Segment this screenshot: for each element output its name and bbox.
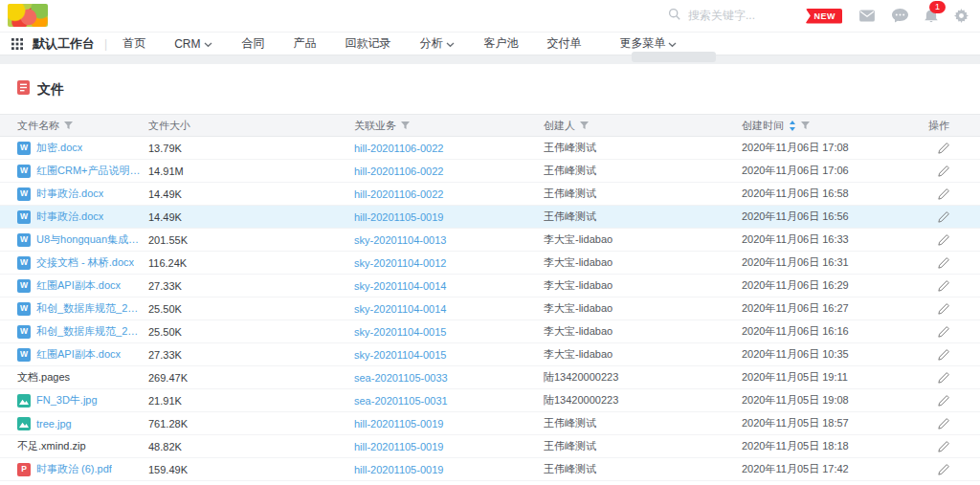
nav-item-3[interactable]: 合同 (241, 35, 264, 52)
edit-icon[interactable] (938, 143, 949, 154)
table-row[interactable]: W时事政治.docx14.49Khill-20201105-0019王伟峰测试2… (0, 481, 980, 485)
table-row[interactable]: P时事政治 (6).pdf159.49Khill-20201105-0019王伟… (0, 458, 980, 481)
related-business-link[interactable]: hill-20201105-0019 (354, 418, 443, 430)
table-row[interactable]: W红圈API副本.docx27.33Ksky-20201104-0015李大宝-… (0, 343, 980, 366)
top-icon-cluster: NEW 1 (806, 0, 969, 32)
sort-icon[interactable] (789, 121, 796, 131)
filter-icon[interactable] (401, 121, 410, 130)
file-name-link[interactable]: 和创_数据库规范_20171124.doc (36, 301, 141, 316)
file-name-link[interactable]: 红圈API副本.docx (36, 278, 121, 293)
related-business-link[interactable]: sky-20201104-0014 (354, 303, 446, 315)
edit-icon[interactable] (938, 280, 949, 292)
filter-icon[interactable] (801, 121, 810, 130)
file-name-link[interactable]: 和创_数据库规范_20171124.doc (36, 324, 141, 339)
top-bar: NEW 1 (0, 0, 980, 33)
table-row[interactable]: W加密.docx13.79Khill-20201106-0022王伟峰测试202… (0, 137, 980, 160)
edit-icon[interactable] (938, 349, 949, 361)
related-business-link[interactable]: sky-20201104-0015 (354, 326, 446, 338)
related-business-link[interactable]: hill-20201106-0022 (354, 188, 443, 200)
doc-file-icon: W (17, 348, 31, 362)
edit-icon[interactable] (938, 257, 949, 269)
related-business-link[interactable]: sky-20201104-0014 (354, 280, 446, 292)
file-name-link[interactable]: 时事政治.docx (36, 187, 103, 201)
file-name-cell: P时事政治 (6).pdf (17, 458, 148, 480)
table-row[interactable]: 文档.pages269.47Ksea-20201105-0033陆1342000… (0, 366, 980, 389)
edit-icon[interactable] (938, 372, 949, 384)
related-business-link[interactable]: sea-20201105-0031 (354, 395, 448, 407)
file-name-link[interactable]: 时事政治 (6).pdf (36, 462, 112, 476)
table-row[interactable]: W和创_数据库规范_20171124.doc25.50Ksky-20201104… (0, 320, 980, 343)
file-name-link[interactable]: FN_3D牛.jpg (36, 393, 98, 408)
table-row[interactable]: 不足.xmind.zip48.82Khill-20201105-0019王伟峰测… (0, 435, 980, 458)
created-time: 2020年11月06日 17:08 (742, 137, 919, 159)
table-row[interactable]: W红圈API副本.docx27.33Ksky-20201104-0014李大宝-… (0, 275, 980, 298)
workspace-title[interactable]: 默认工作台 (33, 35, 95, 53)
table-row[interactable]: W红圈CRM+产品说明201901_前端...14.91Mhill-202011… (0, 160, 980, 183)
search-input[interactable] (686, 8, 795, 23)
edit-icon[interactable] (938, 211, 949, 223)
created-time: 2020年11月06日 16:27 (742, 298, 919, 320)
nav-item-8[interactable]: 交付单 (546, 35, 581, 52)
edit-icon[interactable] (938, 464, 949, 475)
file-size: 14.49K (148, 206, 354, 228)
related-business-link[interactable]: hill-20201106-0022 (354, 165, 443, 177)
file-size: 21.91K (148, 389, 354, 411)
edit-icon[interactable] (938, 165, 949, 177)
table-row[interactable]: W交接文档 - 林桥.docx116.24Ksky-20201104-0012李… (0, 252, 980, 275)
edit-icon[interactable] (938, 418, 949, 430)
created-time: 2020年11月06日 16:16 (742, 320, 919, 342)
table-row[interactable]: WU8与hongquan集成方案.docx201.55Ksky-20201104… (0, 229, 980, 252)
file-name-link[interactable]: 红圈API副本.docx (36, 347, 121, 362)
nav-item-4[interactable]: 产品 (293, 35, 316, 52)
table-row[interactable]: W时事政治.docx14.49Khill-20201105-0019王伟峰测试2… (0, 206, 980, 229)
filter-icon[interactable] (580, 121, 589, 130)
file-name-link[interactable]: 加密.docx (36, 141, 82, 155)
related-business-link[interactable]: sea-20201105-0033 (354, 372, 448, 384)
file-name-link[interactable]: 红圈CRM+产品说明201901_前端... (36, 164, 141, 178)
nav-collapse-handle[interactable] (632, 52, 716, 62)
chat-icon[interactable] (892, 9, 908, 23)
table-row[interactable]: W和创_数据库规范_20171124.doc25.50Ksky-20201104… (0, 298, 980, 320)
related-business-link[interactable]: hill-20201105-0019 (354, 211, 443, 223)
edit-icon[interactable] (938, 326, 949, 338)
nav-item-2[interactable]: CRM (174, 37, 212, 51)
table-row[interactable]: FN_3D牛.jpg21.91Ksea-20201105-0031陆134200… (0, 389, 980, 412)
nav-item-1[interactable]: 首页 (122, 35, 145, 52)
file-name-link[interactable]: tree.jpg (36, 418, 72, 430)
more-menu-button[interactable]: 更多菜单 (619, 35, 677, 52)
file-size: 13.79K (148, 137, 354, 159)
file-name-link[interactable]: 交接文档 - 林桥.docx (36, 255, 134, 270)
creator: 王伟峰测试 (544, 183, 742, 205)
creator: 李大宝-lidabao (544, 229, 742, 251)
nav-item-5[interactable]: 回款记录 (345, 35, 390, 52)
related-business-link[interactable]: hill-20201106-0022 (354, 143, 443, 154)
related-business-link[interactable]: hill-20201105-0019 (354, 441, 443, 452)
mail-icon[interactable] (858, 10, 876, 22)
edit-icon[interactable] (938, 303, 949, 315)
nav-item-7[interactable]: 客户池 (483, 35, 518, 52)
apps-grid-icon[interactable] (11, 38, 23, 50)
edit-icon[interactable] (938, 234, 949, 246)
gear-icon[interactable] (954, 9, 969, 23)
related-business-link[interactable]: sky-20201104-0015 (354, 349, 446, 361)
table-row[interactable]: tree.jpg761.28Khill-20201105-0019王伟峰测试20… (0, 412, 980, 435)
app-logo[interactable] (8, 4, 48, 27)
edit-icon[interactable] (938, 188, 949, 200)
page-title: 文件 (37, 81, 64, 99)
filter-icon[interactable] (64, 121, 73, 130)
nav-items: 首页CRM合同产品回款记录分析客户池交付单 (122, 35, 610, 52)
nav-item-6[interactable]: 分析 (419, 35, 455, 52)
related-business-link[interactable]: sky-20201104-0013 (354, 234, 446, 246)
related-business-link[interactable]: sky-20201104-0012 (354, 257, 446, 269)
edit-icon[interactable] (938, 395, 949, 407)
file-size: 201.55K (148, 229, 354, 251)
file-name-link[interactable]: U8与hongquan集成方案.docx (36, 232, 141, 247)
file-name: 不足.xmind.zip (17, 439, 86, 453)
file-name-link[interactable]: 时事政治.docx (36, 209, 103, 224)
edit-icon[interactable] (938, 441, 949, 452)
file-size: 25.50K (148, 320, 354, 342)
bell-icon[interactable]: 1 (924, 9, 938, 23)
table-row[interactable]: W时事政治.docx14.49Khill-20201106-0022王伟峰测试2… (0, 183, 980, 206)
related-business-link[interactable]: hill-20201105-0019 (354, 464, 443, 475)
created-time: 2020年11月06日 17:06 (742, 160, 919, 182)
